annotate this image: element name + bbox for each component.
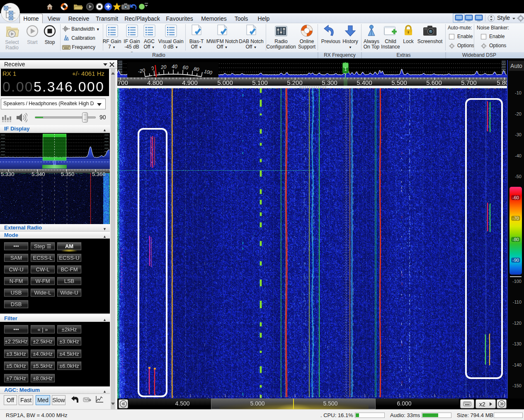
- svg-text:1: 1: [344, 67, 347, 72]
- svg-text:Style: Style: [497, 14, 510, 21]
- svg-text:60: 60: [182, 64, 189, 70]
- svg-text:80: 80: [193, 66, 200, 72]
- svg-text:20: 20: [160, 64, 167, 70]
- svg-text:40: 40: [172, 64, 177, 70]
